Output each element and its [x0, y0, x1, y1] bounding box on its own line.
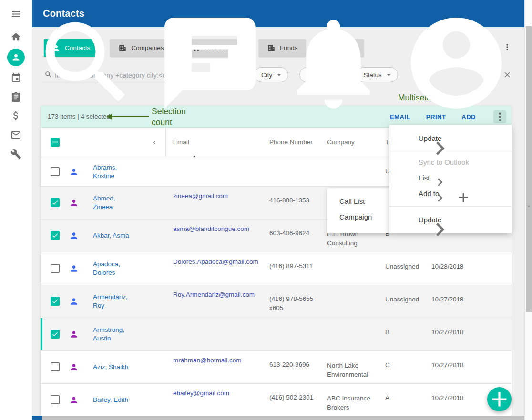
sidebar-item-menu[interactable]	[10, 9, 21, 20]
menu-icon	[10, 9, 21, 20]
row-checkbox[interactable]	[51, 167, 60, 176]
left-sidebar	[0, 0, 32, 420]
plus-icon	[487, 387, 512, 411]
contact-company: North Lake Environmental	[327, 361, 371, 379]
contact-row: Bailey, Edithebailey@gmail.com(416) 502-…	[41, 384, 512, 417]
billing-icon	[10, 110, 21, 121]
contact-avatar-icon	[69, 264, 79, 273]
sidebar-item-tools[interactable]	[10, 149, 21, 160]
column-header-company[interactable]: Company	[327, 128, 355, 157]
tasks-icon	[10, 91, 21, 102]
menu-item-update-2[interactable]: Update	[389, 207, 512, 233]
contact-name-link[interactable]: Aziz, Shaikh	[93, 363, 133, 371]
topbar-actions	[32, 9, 511, 118]
contact-email-link[interactable]: Dolores.Apadoca@gmail.com	[173, 258, 258, 265]
contacts-icon	[11, 52, 21, 62]
chevron-right-icon	[379, 216, 501, 243]
search-icon[interactable]	[32, 9, 141, 118]
contact-name-link[interactable]: Abrams, Kristine	[93, 163, 133, 180]
menu-item-label: Sync to Outlook	[419, 158, 469, 166]
contact-phone: 603-406-9624	[269, 229, 320, 238]
row-checkbox[interactable]	[51, 231, 60, 240]
contact-tier: B	[385, 329, 426, 336]
contact-date: 10/27/2018	[431, 394, 464, 401]
contact-tier: Unassigned	[385, 296, 426, 303]
contact-name-link[interactable]: Akbar, Asma	[93, 231, 133, 240]
contact-row: Armstrong, AustinB10/27/2018	[41, 318, 512, 351]
contact-name-link[interactable]: Ahmed, Zineea	[93, 194, 133, 211]
row-checkbox[interactable]	[51, 330, 60, 339]
check-icon	[51, 232, 59, 239]
sidebar-item-contacts[interactable]	[7, 49, 25, 66]
contact-email-link[interactable]: mrahman@hotmail.com	[173, 357, 242, 364]
contact-avatar-icon	[69, 362, 79, 372]
bottom-left-accent	[32, 416, 42, 420]
sidebar-item-calendar[interactable]	[10, 72, 21, 83]
row-checkbox[interactable]	[51, 362, 60, 371]
menu-item-list[interactable]: List	[389, 170, 512, 186]
account-icon[interactable]	[402, 9, 511, 118]
annotation-line: Selection	[152, 106, 186, 117]
mail-icon	[10, 130, 21, 140]
tools-icon	[10, 149, 21, 160]
contact-name-link[interactable]: Apadoca, Dolores	[93, 260, 133, 277]
add-contact-fab[interactable]	[487, 387, 512, 411]
contact-tier: A	[385, 394, 426, 401]
contact-row: Armendariz, RoyRoy.Armendariz@gmail.com(…	[41, 285, 512, 318]
contact-phone: 416-888-1353	[269, 196, 320, 205]
chat-icon[interactable]	[155, 9, 265, 118]
contact-avatar-icon	[69, 167, 79, 177]
contact-email-link[interactable]: ebailey@gmail.com	[173, 390, 229, 397]
check-icon	[51, 199, 59, 206]
contact-avatar-icon	[69, 231, 79, 240]
contact-tier: C	[385, 361, 426, 369]
multiselect-dropdown-menu: Update Sync to Outlook List Add to	[389, 125, 512, 233]
contact-row: Aziz, Shaikhmrahman@hotmail.com613-220-3…	[41, 351, 512, 384]
sidebar-item-mail[interactable]	[10, 130, 21, 140]
app-window: Contacts ContactsCompaniesHouseholdsFund…	[0, 0, 532, 420]
contact-phone: (416) 978-5655 x605	[269, 294, 320, 312]
annotation-selection-count: Selection count	[152, 106, 186, 128]
contact-phone: (416) 502-2301	[269, 393, 320, 402]
row-checkbox[interactable]	[51, 297, 60, 306]
column-header-email[interactable]: Email	[173, 128, 189, 157]
contact-email-link[interactable]: asma@blanditcongue.com	[173, 225, 249, 232]
vertical-scrollbar[interactable]	[524, 0, 532, 420]
menu-item-sync-to-outlook: Sync to Outlook	[389, 154, 512, 170]
row-checkbox[interactable]	[51, 198, 60, 207]
contact-company: ABC Insurance Brokers	[327, 394, 371, 412]
sidebar-item-billing[interactable]	[10, 110, 21, 121]
contact-date: 10/28/2018	[431, 263, 464, 270]
contact-phone: 613-220-3696	[269, 360, 320, 369]
contact-email-link[interactable]: zineea@gmail.com	[173, 192, 228, 200]
indeterminate-icon	[51, 138, 60, 147]
menu-item-update[interactable]: Update	[389, 125, 512, 152]
contact-phone: (416) 897-5311	[269, 261, 320, 270]
chevron-right-icon	[379, 190, 501, 206]
collapse-columns-icon[interactable]	[151, 139, 158, 146]
contact-avatar-icon	[69, 297, 79, 306]
select-all-checkbox[interactable]	[51, 138, 60, 147]
menu-item-add-to[interactable]: Add to	[389, 186, 512, 201]
current-row-indicator	[41, 318, 42, 350]
column-header-phone[interactable]: Phone Number	[269, 128, 313, 157]
contact-name-link[interactable]: Armstrong, Austin	[93, 326, 133, 343]
contact-date: 10/27/2018	[431, 361, 464, 369]
contact-date: 10/27/2018	[431, 329, 464, 336]
home-icon	[10, 31, 21, 42]
top-app-bar: Contacts	[32, 0, 524, 27]
sidebar-item-home[interactable]	[10, 31, 21, 42]
bottom-scroll-strip	[42, 416, 524, 420]
contact-name-link[interactable]: Bailey, Edith	[93, 396, 133, 404]
annotation-line: count	[152, 117, 186, 128]
row-checkbox[interactable]	[51, 264, 60, 273]
notifications-bell-icon[interactable]	[279, 9, 388, 118]
row-checkbox[interactable]	[51, 395, 60, 404]
calendar-icon	[10, 72, 21, 83]
scroll-down-icon[interactable]	[525, 0, 532, 416]
contact-date: 10/27/2018	[431, 296, 464, 303]
contact-row: Apadoca, DoloresDolores.Apadoca@gmail.co…	[41, 252, 512, 285]
contact-name-link[interactable]: Armendariz, Roy	[93, 293, 133, 310]
sidebar-item-tasks[interactable]	[10, 91, 21, 102]
contact-email-link[interactable]: Roy.Armendariz@gmail.com	[173, 291, 255, 298]
